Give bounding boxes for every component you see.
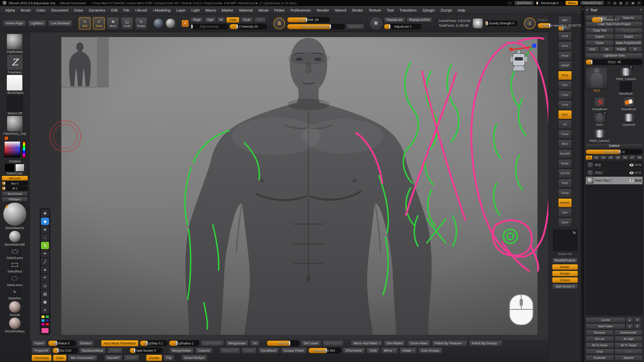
pen-tool-button[interactable]: ≡ <box>41 306 49 313</box>
brush-alpha-preview[interactable] <box>472 18 483 29</box>
subtool-action-button[interactable]: All High <box>615 336 643 342</box>
bottom-shelf-item[interactable]: Double <box>146 355 162 361</box>
pen-tool-button[interactable]: ⊔ <box>41 282 49 289</box>
right-shelf-button[interactable]: Scroll <box>558 32 572 41</box>
subtool-option-pill[interactable] <box>638 179 641 182</box>
visibility-eye-icon[interactable] <box>629 171 634 174</box>
version-tab[interactable]: V8 <box>636 155 643 160</box>
pen-tool-button[interactable]: ▤ <box>41 290 49 297</box>
palette-swatch[interactable] <box>41 319 45 322</box>
menu-item[interactable]: Draw <box>71 7 86 13</box>
blur-slider[interactable]: Blur 0 <box>2 181 28 186</box>
subtool-action-button[interactable]: ▼ <box>634 317 641 323</box>
titlebar-icon[interactable]: ▣ <box>630 1 635 5</box>
menu-item[interactable]: i-Modeling <box>150 7 173 13</box>
bottom-shelf-item[interactable]: Uv <box>250 340 260 346</box>
right-shelf-button[interactable]: Solo <box>558 208 572 217</box>
bottom-shelf-item[interactable]: LazyRadius 1 <box>169 340 199 346</box>
subtool-action-button[interactable]: ▲ <box>626 324 633 329</box>
brush-thumbnail-smooth[interactable] <box>9 301 21 313</box>
right-shelf-button[interactable]: Frame <box>558 130 572 139</box>
brush-thumbnail-smoothvalleys[interactable] <box>9 317 21 329</box>
bottom-shelf-item[interactable]: Polish By Features <box>432 340 468 346</box>
subtool-option-pill[interactable] <box>638 164 641 166</box>
bottom-shelf-item[interactable]: SDiv 5 <box>267 340 299 346</box>
menu-item[interactable]: Render <box>314 7 332 13</box>
active-tool-name-slider[interactable]: 23건1. 48 <box>586 59 643 65</box>
subtool-action-button[interactable]: ▲ <box>626 317 633 323</box>
focal-shift-slider[interactable]: Focal Shift -56 <box>287 17 330 23</box>
accucurve-button[interactable]: AccuCurve <box>2 191 28 196</box>
bottom-shelf-item[interactable]: Geometry <box>32 355 52 361</box>
menu-item[interactable]: File <box>121 7 132 13</box>
subtool-item-selected[interactable]: Head Step-7 <box>586 177 642 185</box>
paint-mode-button[interactable]: M <box>217 17 225 23</box>
tool-thumbnail[interactable]: S <box>594 97 606 107</box>
right-mini-button[interactable]: Border <box>552 264 578 270</box>
tool-thumbnail[interactable] <box>623 97 635 107</box>
bottom-shelf-item[interactable]: Import <box>32 340 47 346</box>
right-shelf-button[interactable]: Persp <box>558 71 572 80</box>
sculpt-canvas[interactable]: ❖◉➤⊘✎✏╱●↶⊔▤▣≡ <box>30 32 548 339</box>
quicksave-button[interactable]: QuickSave <box>514 1 534 5</box>
brush-thumbnail-freehand[interactable]: Z <box>7 54 23 70</box>
tool-panel-button[interactable]: Lightbox►Tools <box>586 53 643 58</box>
tool-thumbnail[interactable] <box>623 112 635 123</box>
menu-item[interactable]: Stroke <box>349 7 366 13</box>
bottom-shelf-item[interactable]: Color <box>53 355 66 361</box>
mode-button[interactable]: ✐ Draw <box>93 17 105 30</box>
titlebar-icon[interactable]: ▦ <box>618 1 623 5</box>
subtool-action-button[interactable]: New Folder <box>586 324 625 329</box>
mask-lasso-thumbnail[interactable] <box>9 274 20 283</box>
bottom-shelf-item[interactable]: Dist 0.02 <box>53 348 78 353</box>
right-mini-button[interactable]: Crease <box>552 277 578 283</box>
titlebar-icon[interactable]: ? <box>606 1 611 5</box>
angle-of-view-icon[interactable]: ∠ <box>524 18 536 29</box>
subtool-action-button[interactable]: Append <box>615 355 643 360</box>
z-intensity-slider[interactable]: Z Intensity 20 <box>229 24 267 29</box>
bottom-shelf-item[interactable]: MidValue 0 <box>48 340 76 346</box>
subtool-action-button[interactable]: ▼ <box>634 324 641 329</box>
subtool-action-button[interactable]: Duplicate <box>586 355 614 360</box>
bottom-shelf-item[interactable]: StoreMT <box>104 355 123 361</box>
version-tab[interactable]: V7 <box>629 155 636 160</box>
bottom-shelf-item[interactable]: Smart ReSym <box>181 355 207 361</box>
lightcap-preview-icon[interactable] <box>153 18 164 28</box>
subtool-option-pill[interactable] <box>635 179 638 182</box>
rf-slider[interactable]: Rf 0 <box>2 186 28 191</box>
visible-count-slider[interactable]: Visible Count 14 <box>586 149 643 154</box>
adjust-last-slider[interactable]: AdjustLast 1 <box>384 24 422 29</box>
bottom-shelf-item[interactable]: LazyStep 0.1 <box>140 340 168 346</box>
bottom-shelf-item[interactable] <box>99 357 103 358</box>
right-mini-button[interactable]: MaskByFeature <box>552 258 578 263</box>
replay-icon[interactable]: R <box>370 18 382 29</box>
right-shelf-button[interactable]: L.Sym <box>558 90 572 100</box>
subtool-section-header[interactable]: Subtool <box>586 143 643 148</box>
pen-tool-button[interactable]: ● <box>41 266 49 273</box>
bottom-shelf-item[interactable]: Del Higher <box>323 340 344 346</box>
palette-swatch[interactable] <box>41 315 45 318</box>
bottom-shelf-item[interactable]: ProjectAll <box>32 347 51 354</box>
menu-item[interactable]: Brush <box>18 7 33 13</box>
gravity-strength-slider[interactable]: Gravity Strength 0 <box>485 21 518 26</box>
subtool-action-button[interactable]: Copy <box>586 349 614 354</box>
bottom-shelf-item[interactable] <box>164 350 168 351</box>
menu-toggle-button[interactable]: Menu <box>566 1 578 5</box>
tool-panel-button[interactable]: Paste Tool <box>615 28 643 33</box>
right-shelf-button[interactable]: xyz <box>558 120 572 129</box>
subtool-thumbnail[interactable] <box>587 170 593 176</box>
bottom-shelf-item[interactable]: BackfaceMask <box>79 347 106 354</box>
default-zscript-button[interactable]: DefaultZScript <box>580 1 604 5</box>
material-preview-icon[interactable] <box>166 18 176 28</box>
menu-item[interactable]: i-Brush <box>133 7 150 13</box>
menu-item[interactable]: Stencil <box>332 7 349 13</box>
version-tab[interactable]: V2 <box>593 155 600 160</box>
tool-panel-button[interactable]: Export <box>615 34 643 39</box>
version-tab[interactable]: V3 <box>600 155 607 160</box>
lightbox-button[interactable]: LightBox <box>28 20 46 27</box>
material-thumbnail-basic[interactable] <box>3 202 27 226</box>
menu-item[interactable]: Zplugin <box>420 7 437 13</box>
fillobject-button[interactable]: FillObject <box>2 197 28 202</box>
draw-size-slider[interactable]: Draw Size 191.5874 <box>287 24 345 29</box>
right-shelf-button[interactable]: Mono <box>558 140 572 149</box>
